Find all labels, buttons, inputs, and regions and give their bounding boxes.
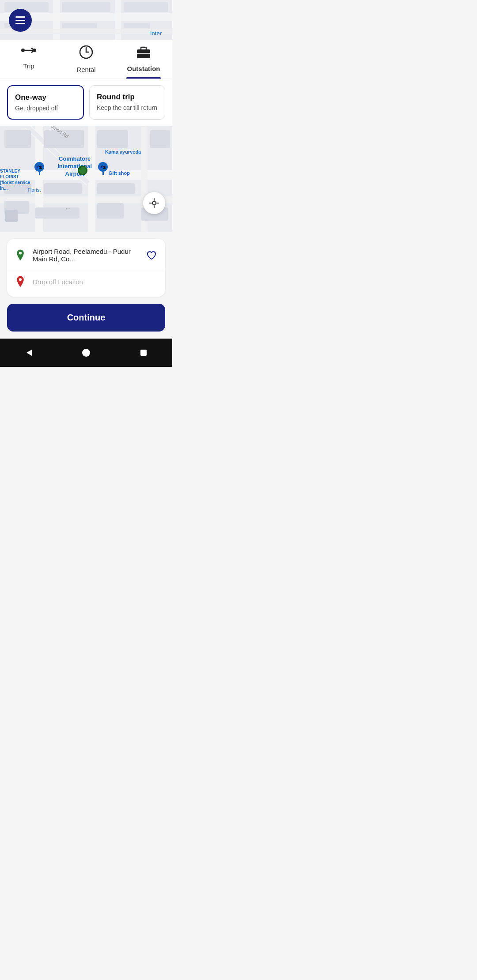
tab-rental-label: Rental: [76, 66, 95, 73]
svg-rect-34: [35, 207, 80, 219]
location-input-card: Airport Road, Peelamedu - Pudur Main Rd,…: [7, 239, 165, 297]
continue-button[interactable]: Continue: [7, 304, 165, 332]
svg-point-43: [19, 252, 22, 254]
svg-rect-29: [150, 130, 170, 148]
svg-rect-22: [88, 126, 95, 232]
menu-button[interactable]: [9, 9, 32, 32]
one-way-card[interactable]: One-way Get dropped off: [7, 85, 84, 120]
map-marker-left: 🛍: [34, 162, 44, 175]
tab-outstation[interactable]: Outstation: [115, 44, 172, 79]
map-top-background: Inter: [0, 0, 172, 40]
round-trip-desc: Keep the car till return: [97, 104, 158, 111]
florist-label: Florist: [27, 187, 41, 192]
nav-tabs: Trip Rental Outstation: [0, 40, 172, 79]
svg-rect-9: [62, 23, 97, 28]
airport-label: Coimbatore International Airport: [48, 155, 101, 178]
svg-rect-7: [124, 2, 168, 12]
kama-ayurveda-label: Kama ayurveda: [105, 149, 141, 155]
svg-rect-6: [62, 2, 110, 12]
svg-rect-26: [4, 130, 31, 148]
gift-shop-label: Gift shop: [109, 170, 130, 176]
map-dots-label: ...: [65, 204, 71, 211]
tab-rental[interactable]: Rental: [57, 44, 115, 79]
favorite-button[interactable]: [145, 249, 158, 262]
trip-type-selector: One-way Get dropped off Round trip Keep …: [0, 79, 172, 126]
round-trip-card[interactable]: Round trip Keep the car till return: [89, 85, 165, 120]
rental-icon: [78, 44, 94, 63]
svg-point-38: [152, 201, 156, 205]
outstation-icon: [136, 44, 151, 62]
svg-rect-35: [97, 203, 124, 219]
pickup-pin-icon: [14, 249, 26, 261]
svg-rect-28: [97, 130, 128, 148]
svg-rect-47: [140, 350, 147, 356]
pickup-location-row[interactable]: Airport Road, Peelamedu - Pudur Main Rd,…: [7, 241, 165, 269]
recents-button[interactable]: [136, 345, 151, 361]
map-marker-right: 🛍: [98, 162, 108, 175]
home-button[interactable]: [78, 345, 94, 361]
bottom-nav-bar: [0, 339, 172, 367]
svg-marker-45: [26, 350, 32, 356]
svg-rect-10: [124, 23, 150, 28]
svg-rect-31: [44, 183, 82, 194]
svg-point-46: [82, 349, 90, 357]
map-view[interactable]: Airport Rd Coimbatore International Airp…: [0, 126, 172, 232]
dropoff-placeholder: Drop off Location: [33, 278, 158, 286]
svg-point-44: [19, 278, 22, 281]
tab-trip[interactable]: Trip: [0, 44, 57, 79]
tab-trip-label: Trip: [23, 62, 34, 70]
dropoff-location-row[interactable]: Drop off Location: [7, 269, 165, 294]
svg-text:Inter: Inter: [150, 30, 162, 37]
pickup-location-text: Airport Road, Peelamedu - Pudur Main Rd,…: [33, 248, 139, 263]
dropoff-pin-icon: [14, 275, 26, 288]
one-way-desc: Get dropped off: [15, 105, 76, 112]
svg-rect-16: [137, 49, 150, 58]
round-trip-title: Round trip: [97, 93, 158, 102]
svg-rect-32: [97, 183, 135, 194]
gps-locate-button[interactable]: [143, 192, 165, 214]
svg-rect-37: [5, 210, 18, 222]
trip-icon: [21, 44, 37, 60]
tab-outstation-label: Outstation: [127, 65, 160, 72]
current-location-pin: [78, 166, 87, 175]
back-button[interactable]: [21, 345, 37, 361]
one-way-title: One-way: [15, 93, 76, 102]
